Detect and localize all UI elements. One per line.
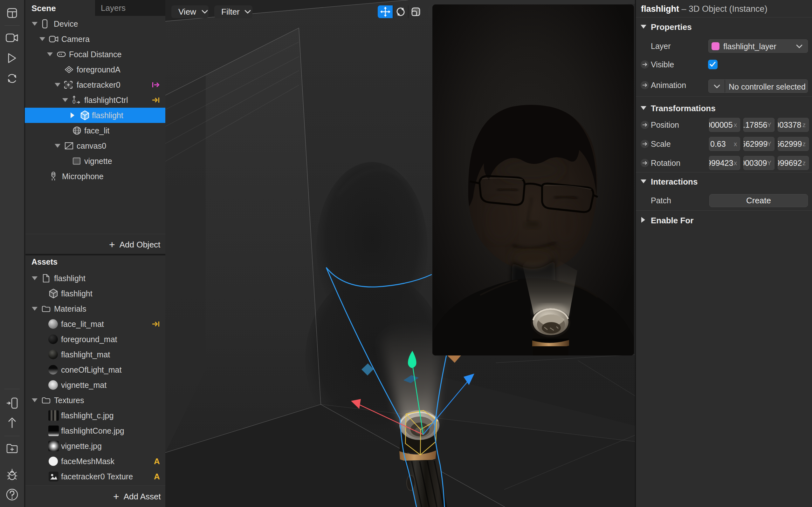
- svg-text:0: 0: [72, 99, 75, 105]
